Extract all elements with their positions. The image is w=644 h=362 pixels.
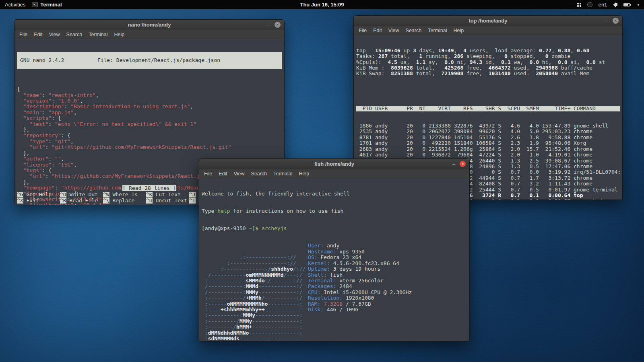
process-row: 4617 andy 20 0 936872 79684 47224 S 2.0 … <box>356 152 620 158</box>
shortcut-replace: ^\ Replace <box>103 198 146 204</box>
buffer-line: "type": "git", <box>17 139 282 144</box>
keyboard-layout-indicator[interactable]: en1 <box>599 2 607 8</box>
summary-line: top - 15:09:46 up 3 days, 19:49, 4 users… <box>356 48 620 53</box>
menu-item-file[interactable]: File <box>16 31 31 38</box>
fish-welcome-line: Welcome to fish, the friendly interactiv… <box>202 191 467 197</box>
menu-item-file[interactable]: File <box>355 27 370 34</box>
shortcut-exit: ^X Exit <box>17 198 60 204</box>
system-status-area: en1 ▾ <box>577 2 644 8</box>
buffer-line: "version": "1.0.0", <box>17 98 282 104</box>
chevron-down-icon[interactable]: ▾ <box>637 3 639 7</box>
info-terminal: Terminal: xterm-256color <box>308 278 412 284</box>
buffer-line: "repository": { <box>17 133 282 138</box>
shortcut-read-file: ^R Read File <box>60 198 103 204</box>
summary-line: KiB Swap: 8251388 total, 7219908 free, 1… <box>356 71 620 76</box>
menu-item-help[interactable]: Help <box>111 31 128 38</box>
menu-item-view[interactable]: View <box>46 31 63 38</box>
fish-prompt-line-1: [andy@xps-9350 ~]$ archeyjs <box>202 226 467 231</box>
fish-titlebar[interactable]: fish /home/andy – × <box>199 159 469 169</box>
top-summary: top - 15:09:46 up 3 days, 19:49, 4 users… <box>356 48 620 77</box>
app-grid-icon[interactable] <box>577 3 581 7</box>
top-menubar: FileEditViewSearchTerminalHelp <box>354 26 622 35</box>
buffer-line: }, <box>17 127 282 133</box>
nano-window-title: nano /home/andy <box>14 22 284 28</box>
buffer-line: "name": "reactjs-intro", <box>17 93 282 98</box>
info-hostname: Hostname: xps-9350 <box>308 249 412 255</box>
nano-window-buttons: – × <box>267 22 284 28</box>
info-ram: RAM: 7.32GB / 7.67GB <box>308 301 412 307</box>
buffer-line: { <box>17 86 282 92</box>
menu-item-terminal[interactable]: Terminal <box>270 170 295 177</box>
close-button[interactable]: × <box>613 18 619 24</box>
shortcut-where-is: ^W Where Is <box>103 192 146 197</box>
menu-item-search[interactable]: Search <box>402 27 425 34</box>
menu-item-search[interactable]: Search <box>63 31 86 38</box>
menu-item-view[interactable]: View <box>231 170 248 177</box>
nano-filename: File: Development/React.js/package.json <box>97 57 220 63</box>
close-button[interactable]: × <box>275 22 281 28</box>
menu-item-edit[interactable]: Edit <box>31 31 46 38</box>
info-resolution: Resolution: 1920x1080 <box>308 295 412 301</box>
menu-item-terminal[interactable]: Terminal <box>425 27 450 34</box>
fish-window-title: fish /home/andy <box>199 161 469 167</box>
fish-help-line: Type help for instructions on how to use… <box>202 208 467 214</box>
shortcut-uncut-text: ^U Uncut Text <box>146 198 189 204</box>
nano-menubar: FileEditViewSearchTerminalHelp <box>14 30 284 39</box>
menu-item-edit[interactable]: Edit <box>370 27 385 34</box>
top-window-title: top /home/andy <box>354 18 622 24</box>
summary-line: KiB Mem : 8039628 total, 425268 free, 46… <box>356 65 620 71</box>
process-row: 2535 andy 20 0 2062072 398084 99620 S 4.… <box>356 129 620 134</box>
help-keyword: help <box>217 208 230 214</box>
gnome-top-bar: Activities >_ Terminal Thu Jun 16, 15:09… <box>0 0 644 9</box>
shortcut-write-out: ^O Write Out <box>60 192 103 197</box>
typed-command: archeyjs <box>262 225 287 231</box>
minimize-button[interactable]: – <box>452 161 455 167</box>
status-circle-icon[interactable] <box>587 2 592 7</box>
system-info-list: User: andyHostname: xps-9350OS: Fedora 2… <box>308 243 412 313</box>
menu-item-search[interactable]: Search <box>248 170 270 177</box>
menu-item-edit[interactable]: Edit <box>215 170 231 177</box>
process-row: 1701 andy 20 0 492220 151840 106584 S 2.… <box>356 140 620 146</box>
volume-icon[interactable] <box>613 2 617 7</box>
buffer-line: "test": "echo \"Error: no test specified… <box>17 121 282 127</box>
minimize-button[interactable]: – <box>267 22 270 27</box>
menu-item-terminal[interactable]: Terminal <box>85 31 111 38</box>
buffer-line: "scripts": { <box>17 115 282 121</box>
shortcut-cut-text: ^K Cut Text <box>146 192 189 197</box>
summary-line: Tasks: 287 total, 1 running, 286 sleepin… <box>356 53 620 59</box>
desktop: { "colors": { "desktop_blue": "#1d5889",… <box>0 0 644 362</box>
buffer-line: }, <box>17 150 282 156</box>
nano-version: GNU nano 2.4.2 <box>20 58 64 63</box>
info-user: User: andy <box>308 243 412 249</box>
menu-item-help[interactable]: Help <box>450 27 467 34</box>
menu-item-help[interactable]: Help <box>295 170 312 177</box>
menu-item-view[interactable]: View <box>385 27 402 34</box>
shortcut-get-help: ^G Get Help <box>17 192 60 197</box>
battery-icon[interactable] <box>623 3 631 6</box>
top-titlebar[interactable]: top /home/andy – × <box>354 16 622 26</box>
nano-titlebar[interactable]: nano /home/andy – × <box>14 20 284 30</box>
top-window-buttons: – × <box>605 18 622 24</box>
archey-output: .:-------------:// :------------------:/… <box>202 243 467 341</box>
info-os: OS: Fedora 23 x64 <box>308 255 412 260</box>
minimize-button[interactable]: – <box>605 18 608 23</box>
fish-window: fish /home/andy – × FileEditViewSearchTe… <box>199 158 470 341</box>
process-row: 1886 andy 20 0 2133388 322876 43972 S 4.… <box>356 123 620 129</box>
info-cpu: CPU: Intel i5-6200U CPU @ 2.30GHz <box>308 290 412 295</box>
nano-status-message: [ Read 28 lines ] <box>122 185 176 191</box>
clock[interactable]: Thu Jun 16, 15:09 <box>0 2 644 8</box>
buffer-line: "main": "app.js", <box>17 110 282 115</box>
info-disk: Disk: 44G / 109G <box>308 307 412 313</box>
info-shell: Shell: fish <box>308 272 412 278</box>
process-row: 8781 andy 20 0 1227840 145104 55176 S 2.… <box>356 135 620 140</box>
fish-window-buttons: – × <box>452 161 469 167</box>
process-row: 2683 andy 20 0 2215524 1.206g 25864 S 2.… <box>356 146 620 152</box>
info-uptime: Uptime: 3 days 19 hours <box>308 266 412 272</box>
menu-item-file[interactable]: File <box>201 170 215 177</box>
info-kernel: Kernel: 4.5.6-200.fc23.x86_64 <box>308 261 412 266</box>
close-button[interactable]: × <box>460 161 466 167</box>
buffer-line: "description": "Basic introduction to us… <box>17 104 282 109</box>
fish-terminal-screen[interactable]: Welcome to fish, the friendly interactiv… <box>199 178 469 341</box>
nano-titlebar-line: GNU nano 2.4.2File: Development/React.js… <box>17 52 282 69</box>
fish-menubar: FileEditViewSearchTerminalHelp <box>199 169 469 178</box>
